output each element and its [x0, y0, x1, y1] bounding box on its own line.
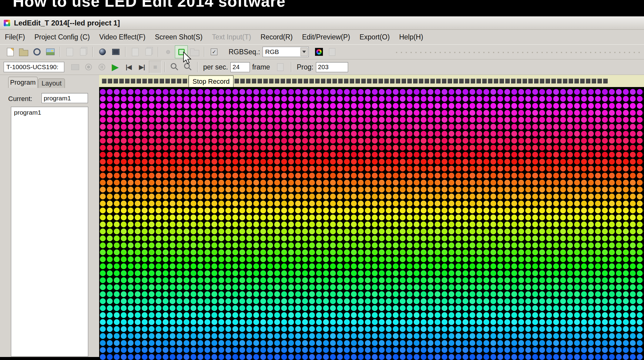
timeline-segment	[292, 79, 297, 83]
preview-sphere-icon	[99, 49, 106, 55]
record-circle-icon	[85, 64, 92, 70]
tab-layout[interactable]: Layout	[38, 79, 65, 88]
timeline-segment	[304, 79, 308, 83]
menu-item-project-config-c[interactable]: Project Config (C)	[34, 32, 90, 42]
timeline-segment	[298, 79, 302, 83]
import-image-icon	[46, 49, 55, 55]
tooltip-text: Stop Record	[193, 78, 230, 86]
zoom-in-icon	[171, 63, 176, 69]
menu-item-export-o[interactable]: Export(O)	[359, 32, 391, 42]
timeline-segment	[327, 79, 331, 83]
timeline-segment	[390, 79, 394, 83]
prog-input[interactable]	[316, 62, 348, 72]
new-project-button[interactable]	[4, 45, 17, 58]
rgb-color-wheel-button[interactable]	[313, 45, 325, 58]
next-frame-button[interactable]: ▶|	[136, 61, 148, 73]
timeline-segment	[586, 79, 590, 83]
apply-check-icon: ✓	[211, 49, 217, 55]
timeline-segment	[557, 79, 562, 83]
timeline-segment	[136, 79, 141, 83]
program-list-item[interactable]: program1	[11, 107, 88, 118]
current-program-input[interactable]	[42, 93, 88, 103]
timeline-segment	[315, 79, 320, 83]
timeline-segment	[574, 79, 579, 83]
menu-item-edit-preview-p[interactable]: Edit/Preview(P)	[301, 32, 351, 42]
fps-input[interactable]	[230, 62, 250, 72]
rgbseq-value: RGB	[265, 48, 279, 56]
mouse-cursor-icon	[183, 52, 192, 64]
timeline-segment	[442, 79, 446, 83]
timeline-segment	[465, 79, 469, 83]
tool-page-button	[129, 45, 142, 58]
timeline-segment	[171, 79, 176, 83]
prev-frame-button[interactable]: |◀	[122, 61, 135, 73]
timeline-segment	[338, 79, 343, 83]
menu-item-file-f[interactable]: File(F)	[4, 32, 25, 42]
frame-label: frame	[252, 63, 270, 71]
title-bar: LedEdit_T 2014[--led project 1]	[0, 16, 644, 30]
menu-item-text-input-t: Text Input(T)	[211, 32, 252, 42]
menu-item-help-h[interactable]: Help(H)	[398, 32, 424, 42]
chevron-down-icon[interactable]	[300, 48, 308, 56]
open-project-icon	[19, 50, 28, 56]
open-project-button[interactable]	[17, 45, 30, 58]
toolbar-separator	[165, 62, 165, 72]
timeline-segment	[102, 79, 106, 83]
timeline-segment	[494, 79, 498, 83]
timeline-segment	[361, 79, 366, 83]
timeline-segment	[419, 79, 423, 83]
menu-item-video-effect-f[interactable]: Video Effect(F)	[99, 32, 146, 42]
timeline-segment	[505, 79, 510, 83]
timeline-segment	[246, 79, 250, 83]
timeline-segment	[597, 79, 602, 83]
timeline-segment	[488, 79, 492, 83]
pause-button	[96, 61, 108, 73]
timeline-segment	[269, 79, 273, 83]
timeline-segment	[113, 79, 118, 83]
play-button[interactable]: ▶	[109, 61, 122, 73]
tool-copy-icon	[146, 48, 152, 56]
refresh-ring-button[interactable]	[31, 45, 43, 58]
menu-bar: File(F)Project Config (C)Video Effect(F)…	[0, 30, 644, 44]
rgbseq-select[interactable]: RGB	[263, 47, 309, 57]
workspace: Program Layout Current: program1	[0, 75, 644, 360]
app-window: LedEdit_T 2014[--led project 1] File(F)P…	[0, 16, 644, 360]
rgb-doc-button	[326, 45, 339, 58]
tool-page-icon	[132, 48, 139, 56]
toolbar-separator	[197, 62, 198, 72]
frame-doc-button	[274, 61, 287, 73]
timeline-segment	[453, 79, 458, 83]
program-list[interactable]: program1	[11, 107, 88, 357]
preview-sphere-button[interactable]	[96, 45, 109, 58]
display-panel-button[interactable]	[109, 45, 122, 58]
timeline-segment	[413, 79, 418, 83]
import-image-button[interactable]	[44, 45, 57, 58]
copy-frame-icon	[66, 48, 73, 56]
menu-item-screen-shot-s[interactable]: Screen Shot(S)	[154, 32, 203, 42]
timeline-segment	[252, 79, 256, 83]
timeline-segment	[528, 79, 533, 83]
timeline-segment	[280, 79, 285, 83]
controller-select[interactable]: T-1000S-UCS190:	[4, 62, 64, 72]
timeline-segment	[511, 79, 515, 83]
zoom-in-button[interactable]	[168, 61, 181, 73]
tool-copy-button	[142, 45, 155, 58]
toolbar-separator	[158, 47, 159, 57]
timeline-segment	[332, 79, 337, 83]
timeline-segment	[286, 79, 291, 83]
timeline-segment	[240, 79, 245, 83]
timeline-segment	[396, 79, 400, 83]
record-circle-button	[82, 61, 95, 73]
prev-frame-icon: |◀	[126, 64, 132, 70]
timeline-segment	[534, 79, 538, 83]
menu-item-record-r[interactable]: Record(R)	[260, 32, 293, 42]
timeline-segment	[563, 79, 567, 83]
tab-program[interactable]: Program	[8, 77, 38, 88]
apply-check-button[interactable]: ✓	[208, 45, 220, 58]
toolbar-main: ✓ RGBSeq.: RGB	[0, 44, 644, 59]
timeline-segment	[517, 79, 521, 83]
toolbar-playback: T-1000S-UCS190: ▶|◀▶|■ per sec. frame Pr…	[0, 59, 644, 75]
timeline-segment	[367, 79, 371, 83]
tab-layout-label: Layout	[42, 79, 62, 87]
copy-frame-button	[63, 45, 76, 58]
